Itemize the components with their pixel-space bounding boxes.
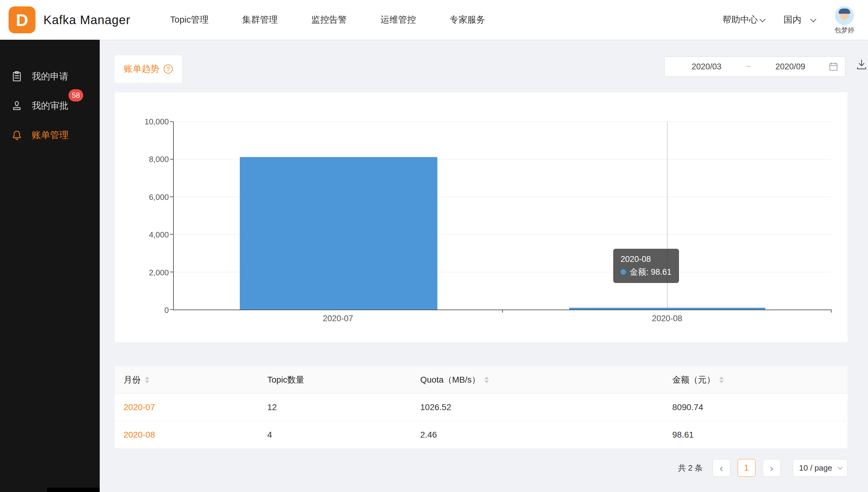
pagination: 共 2 条 ‹ 1 › 10 / page <box>115 459 847 477</box>
x-tick-label: 2020-08 <box>652 314 682 323</box>
tooltip-title: 2020-08 <box>620 253 672 266</box>
region-label: 国内 <box>783 14 801 26</box>
top-navbar: D Kafka Manager Topic管理 集群管理 监控告警 运维管控 专… <box>0 0 868 40</box>
column-label: 月份 <box>123 374 141 386</box>
tab-bill-trend[interactable]: 账单趋势 ? <box>115 55 182 83</box>
y-tick-label: 10,000 <box>115 117 169 126</box>
x-tick-label: 2020-07 <box>323 314 353 323</box>
avatar <box>835 6 854 25</box>
y-tick-label: 6,000 <box>115 192 169 202</box>
month-link[interactable]: 2020-08 <box>115 430 258 440</box>
column-label: Quota（MB/s） <box>420 374 480 386</box>
topic-count-cell: 12 <box>258 402 412 412</box>
series-dot-icon <box>620 269 626 275</box>
sidebar-item-label: 我的审批 <box>32 100 69 112</box>
nav-item-ops[interactable]: 运维管控 <box>380 14 416 26</box>
bell-icon <box>11 129 23 141</box>
column-label: Topic数量 <box>267 374 304 386</box>
chevron-down-icon <box>838 465 843 470</box>
x-axis-tick <box>831 310 831 313</box>
sidebar-item-label: 账单管理 <box>32 129 69 142</box>
x-axis-tick <box>502 310 503 313</box>
chart-plot-area: 2020-07 2020-08 <box>173 122 831 310</box>
total-count-label: 共 2 条 <box>678 463 703 473</box>
username: 包梦婷 <box>835 26 854 35</box>
column-header-quota[interactable]: Quota（MB/s） <box>412 374 663 386</box>
quota-cell: 1026.52 <box>412 402 663 412</box>
bar-2020-08[interactable] <box>569 308 765 310</box>
column-header-month[interactable]: 月份 <box>115 374 258 386</box>
date-range-picker[interactable]: 2020/03 ~ 2020/09 <box>664 56 845 77</box>
header-right: 帮助中心 国内 包梦婷 <box>722 5 868 35</box>
topic-count-cell: 4 <box>258 430 412 440</box>
y-tick-label: 2,000 <box>115 268 169 277</box>
sidebar: 我的申请 我的审批 58 账单管理 <box>0 40 100 492</box>
sorter-icon[interactable] <box>719 376 724 383</box>
chart-tooltip: 2020-08 金额: 98.61 <box>613 249 679 283</box>
bill-table: 月份 Topic数量 Quota（MB/s） 金额（元） 2020-07 12 … <box>115 366 847 449</box>
sidebar-menu: 我的申请 我的审批 58 账单管理 <box>0 40 100 150</box>
y-axis-tick <box>170 309 173 310</box>
page-size-value: 10 / page <box>799 463 832 473</box>
tooltip-series-label: 金额: <box>630 267 649 276</box>
main-nav: Topic管理 集群管理 监控告警 运维管控 专家服务 <box>170 14 485 26</box>
nav-item-expert[interactable]: 专家服务 <box>450 14 485 26</box>
nav-item-topic[interactable]: Topic管理 <box>170 14 209 26</box>
region-select[interactable]: 国内 <box>783 14 815 26</box>
page-1-button[interactable]: 1 <box>738 459 755 477</box>
download-icon[interactable] <box>854 57 868 72</box>
bill-trend-chart: 10,000 8,000 6,000 4,000 2,000 0 2020-07… <box>115 92 847 342</box>
page-size-select[interactable]: 10 / page <box>793 459 847 477</box>
approvals-count-badge: 58 <box>69 89 83 101</box>
tooltip-series-line: 金额: 98.61 <box>620 266 672 279</box>
app-logo: D <box>8 6 36 33</box>
column-header-amount[interactable]: 金额（元） <box>663 374 847 386</box>
sidebar-item-my-approvals[interactable]: 我的审批 58 <box>0 91 100 120</box>
sorter-icon[interactable] <box>145 376 149 383</box>
date-start-input[interactable]: 2020/03 <box>671 62 742 72</box>
table-row: 2020-07 12 1026.52 8090.74 <box>115 394 847 421</box>
y-tick-label: 4,000 <box>115 230 169 240</box>
calendar-icon[interactable] <box>828 62 838 72</box>
quota-cell: 2.46 <box>412 430 663 440</box>
tab-label: 账单趋势 <box>124 63 159 75</box>
chevron-down-icon <box>810 16 816 22</box>
month-link[interactable]: 2020-07 <box>115 402 258 412</box>
sidebar-item-bill-management[interactable]: 账单管理 <box>0 120 100 150</box>
prev-page-button[interactable]: ‹ <box>713 459 730 477</box>
y-tick-label: 8,000 <box>115 154 169 164</box>
column-label: 金额（元） <box>672 374 715 386</box>
table-header-row: 月份 Topic数量 Quota（MB/s） 金额（元） <box>115 366 847 394</box>
sorter-icon[interactable] <box>485 376 489 383</box>
table-row: 2020-08 4 2.46 98.61 <box>115 421 847 449</box>
stamp-icon <box>11 100 23 112</box>
column-header-topic-count: Topic数量 <box>258 374 412 386</box>
bar-2020-07[interactable] <box>240 157 437 310</box>
user-menu[interactable]: 包梦婷 <box>835 6 854 35</box>
help-center-label: 帮助中心 <box>722 14 758 26</box>
y-axis-tick <box>170 272 173 272</box>
date-separator: ~ <box>742 62 755 72</box>
sidebar-item-my-applications[interactable]: 我的申请 <box>0 62 100 91</box>
date-end-input[interactable]: 2020/09 <box>755 62 825 72</box>
sidebar-bottom-strip <box>47 488 100 492</box>
help-center-menu[interactable]: 帮助中心 <box>722 14 764 26</box>
chevron-down-icon <box>759 16 766 22</box>
tooltip-value: 98.61 <box>651 267 672 276</box>
question-circle-icon[interactable]: ? <box>164 65 173 74</box>
main-content: 账单趋势 ? 2020/03 ~ 2020/09 10,000 8,000 6,… <box>100 40 868 492</box>
clipboard-icon <box>11 71 23 82</box>
y-axis-tick <box>170 196 173 197</box>
gridline <box>174 122 831 122</box>
y-tick-label: 0 <box>115 305 169 315</box>
next-page-button[interactable]: › <box>763 459 780 477</box>
amount-cell: 98.61 <box>663 430 847 440</box>
nav-item-cluster[interactable]: 集群管理 <box>242 14 278 26</box>
nav-item-monitor[interactable]: 监控告警 <box>311 14 347 26</box>
y-axis-tick <box>170 121 173 122</box>
sidebar-item-label: 我的申请 <box>32 70 69 83</box>
y-axis-tick <box>170 234 173 235</box>
amount-cell: 8090.74 <box>663 402 847 412</box>
y-axis-tick <box>170 159 173 159</box>
app-title: Kafka Manager <box>43 13 130 27</box>
